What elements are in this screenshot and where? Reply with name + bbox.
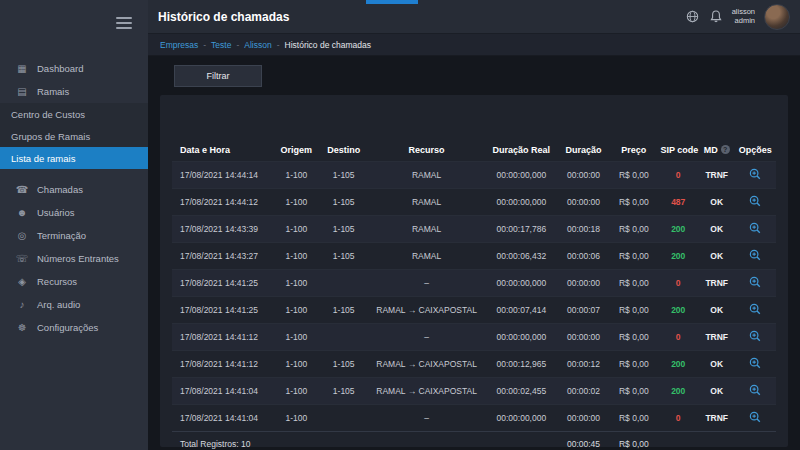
cell-datetime: 17/08/2021 14:41:04: [172, 405, 273, 432]
cell-recurso: RAMAL: [367, 189, 485, 216]
sidebar-item-terminacao[interactable]: ◎Terminação: [0, 224, 148, 247]
call-row: 17/08/2021 14:41:121-100–00:00:00,00000:…: [172, 324, 776, 351]
zoom-detail-icon[interactable]: [749, 357, 761, 369]
cell-duracao-real: 00:00:12,965: [486, 351, 557, 378]
sidebar-item-numeros-entrantes[interactable]: ☏Números Entrantes: [0, 247, 148, 270]
sidebar-item-arq-audio[interactable]: ♪Arq. audio: [0, 293, 148, 316]
cell-opcoes: [734, 324, 776, 351]
cell-duracao-real: 00:00:00,000: [486, 270, 557, 297]
gear-icon: ☸: [14, 322, 30, 333]
cell-datetime: 17/08/2021 14:43:39: [172, 216, 273, 243]
cell-sip-code: 200: [658, 297, 699, 324]
sidebar-item-label: Usuários: [37, 207, 75, 218]
sidebar-item-label: Arq. audio: [37, 299, 80, 310]
cell-sip-code: 200: [658, 243, 699, 270]
hamburger-menu-icon[interactable]: [116, 14, 132, 32]
cell-destino: 1-105: [320, 243, 367, 270]
sidebar-item-label: Ramais: [37, 86, 69, 97]
cell-duracao-real: 00:00:06,432: [486, 243, 557, 270]
help-icon[interactable]: ?: [721, 145, 730, 154]
user-role: admin: [732, 17, 755, 26]
zoom-detail-icon[interactable]: [749, 411, 761, 423]
cell-recurso: RAMAL → CAIXAPOSTAL: [367, 378, 485, 405]
sidebar-item-dashboard[interactable]: ▦Dashboard: [0, 57, 148, 80]
cell-recurso: RAMAL → CAIXAPOSTAL: [367, 351, 485, 378]
zoom-detail-icon[interactable]: [749, 222, 761, 234]
call-row: 17/08/2021 14:41:041-100–00:00:00,00000:…: [172, 405, 776, 432]
table-header: Data e HoraOrigemDestinoRecursoDuração R…: [172, 139, 776, 162]
toolbar: Filtrar: [148, 56, 800, 87]
breadcrumb: Empresas-Teste-Alisson-Histórico de cham…: [148, 34, 800, 56]
cell-origem: 1-100: [273, 243, 320, 270]
zoom-detail-icon[interactable]: [749, 195, 761, 207]
call-row: 17/08/2021 14:44:141-1001-105RAMAL00:00:…: [172, 162, 776, 189]
cell-destino: 1-105: [320, 351, 367, 378]
zoom-detail-icon[interactable]: [749, 384, 761, 396]
resources-icon: ◈: [14, 276, 30, 287]
zoom-detail-icon[interactable]: [749, 303, 761, 315]
zoom-detail-icon[interactable]: [749, 168, 761, 180]
sidebar-item-lista-de-ramais[interactable]: Lista de ramais: [0, 147, 148, 169]
sidebar: ▦Dashboard▤RamaisCentro de CustosGrupos …: [0, 0, 148, 450]
sidebar-item-label: Chamadas: [37, 184, 83, 195]
cell-md: OK: [699, 216, 735, 243]
cell-duracao-real: 00:00:00,000: [486, 162, 557, 189]
call-row: 17/08/2021 14:43:391-1001-105RAMAL00:00:…: [172, 216, 776, 243]
sidebar-item-centro-de-custos[interactable]: Centro de Custos: [0, 103, 148, 125]
user-icon: ☻: [14, 207, 30, 218]
column-header-md: MD?: [699, 139, 735, 162]
cell-sip-code: 200: [658, 216, 699, 243]
bell-icon[interactable]: [709, 10, 723, 24]
cell-duracao-real: 00:00:07,414: [486, 297, 557, 324]
cell-md: OK: [699, 189, 735, 216]
sidebar-item-chamadas[interactable]: ☎Chamadas: [0, 178, 148, 201]
cell-origem: 1-100: [273, 405, 320, 432]
cell-duracao: 00:00:00: [557, 189, 610, 216]
breadcrumb-link-teste[interactable]: Teste: [211, 40, 231, 50]
filter-button[interactable]: Filtrar: [174, 65, 262, 87]
cell-opcoes: [734, 405, 776, 432]
zoom-detail-icon[interactable]: [749, 276, 761, 288]
cell-opcoes: [734, 351, 776, 378]
cell-duracao-real: 00:00:00,000: [486, 405, 557, 432]
breadcrumb-link-alisson[interactable]: Alisson: [244, 40, 271, 50]
cell-md: OK: [699, 297, 735, 324]
sidebar-item-recursos[interactable]: ◈Recursos: [0, 270, 148, 293]
user-info[interactable]: alisson admin: [732, 8, 755, 25]
top-header: Histórico de chamadas alisson admin: [148, 0, 800, 34]
breadcrumb-link-empresas[interactable]: Empresas: [160, 40, 198, 50]
cell-preco: R$ 0,00: [610, 351, 657, 378]
cell-md: TRNF: [699, 405, 735, 432]
zoom-detail-icon[interactable]: [749, 249, 761, 261]
cell-origem: 1-100: [273, 270, 320, 297]
cell-opcoes: [734, 216, 776, 243]
cell-duracao: 00:00:07: [557, 297, 610, 324]
cell-preco: R$ 0,00: [610, 243, 657, 270]
cell-origem: 1-100: [273, 189, 320, 216]
incoming-icon: ☏: [14, 253, 30, 264]
cell-preco: R$ 0,00: [610, 216, 657, 243]
sidebar-item-usuarios[interactable]: ☻Usuários: [0, 201, 148, 224]
ramais-icon: ▤: [14, 86, 30, 97]
breadcrumb-current: Histórico de chamadas: [285, 40, 371, 50]
sidebar-item-ramais[interactable]: ▤Ramais: [0, 80, 148, 103]
cell-sip-code: 0: [658, 270, 699, 297]
call-row: 17/08/2021 14:43:271-1001-105RAMAL00:00:…: [172, 243, 776, 270]
cell-datetime: 17/08/2021 14:44:14: [172, 162, 273, 189]
audio-icon: ♪: [14, 299, 30, 310]
zoom-detail-icon[interactable]: [749, 330, 761, 342]
cell-duracao: 00:00:00: [557, 270, 610, 297]
sidebar-item-label: Números Entrantes: [37, 253, 119, 264]
sidebar-item-configuracoes[interactable]: ☸Configurações: [0, 316, 148, 339]
cell-duracao: 00:00:12: [557, 351, 610, 378]
cell-origem: 1-100: [273, 324, 320, 351]
globe-icon[interactable]: [686, 10, 700, 24]
cell-duracao-real: 00:00:17,786: [486, 216, 557, 243]
cell-datetime: 17/08/2021 14:41:04: [172, 378, 273, 405]
cell-preco: R$ 0,00: [610, 270, 657, 297]
cell-preco: R$ 0,00: [610, 189, 657, 216]
cell-duracao: 00:00:00: [557, 324, 610, 351]
avatar[interactable]: [764, 4, 790, 30]
sidebar-item-grupos-de-ramais[interactable]: Grupos de Ramais: [0, 125, 148, 147]
header-row: Data e HoraOrigemDestinoRecursoDuração R…: [172, 139, 776, 162]
